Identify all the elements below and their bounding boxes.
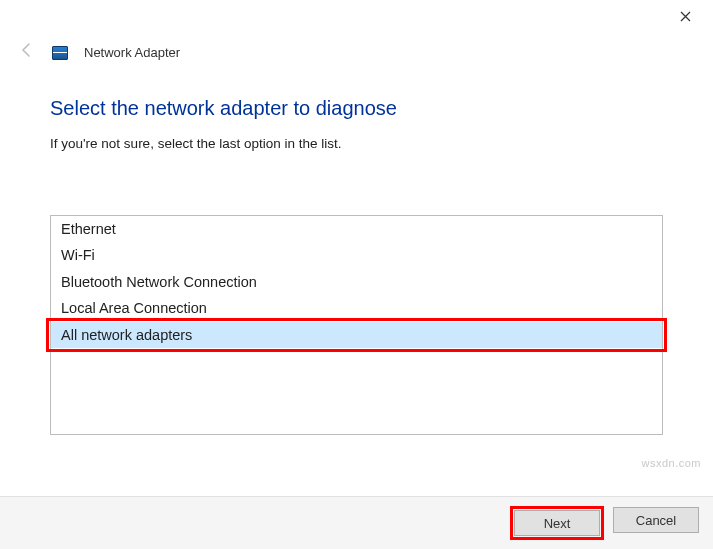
app-title: Network Adapter: [84, 45, 180, 60]
close-button[interactable]: [669, 0, 701, 32]
adapter-listbox[interactable]: EthernetWi-FiBluetooth Network Connectio…: [50, 215, 663, 435]
page-subtext: If you're not sure, select the last opti…: [50, 136, 663, 151]
page-heading: Select the network adapter to diagnose: [50, 97, 663, 120]
troubleshooter-window: Network Adapter Select the network adapt…: [0, 0, 713, 549]
watermark: wsxdn.com: [641, 457, 701, 469]
network-adapter-icon: [52, 46, 68, 60]
adapter-option[interactable]: Wi-Fi: [51, 242, 662, 268]
adapter-option[interactable]: Local Area Connection: [51, 295, 662, 321]
adapter-list-container: EthernetWi-FiBluetooth Network Connectio…: [50, 215, 663, 435]
adapter-option[interactable]: Bluetooth Network Connection: [51, 269, 662, 295]
adapter-option[interactable]: All network adapters: [51, 322, 662, 348]
back-arrow-icon: [18, 42, 36, 63]
next-button[interactable]: Next: [514, 510, 600, 536]
adapter-option[interactable]: Ethernet: [51, 216, 662, 242]
cancel-button[interactable]: Cancel: [613, 507, 699, 533]
content-area: Select the network adapter to diagnose I…: [0, 69, 713, 496]
footer-bar: Next Cancel: [0, 496, 713, 549]
wizard-header: Network Adapter: [0, 32, 713, 69]
title-bar: [0, 0, 713, 32]
